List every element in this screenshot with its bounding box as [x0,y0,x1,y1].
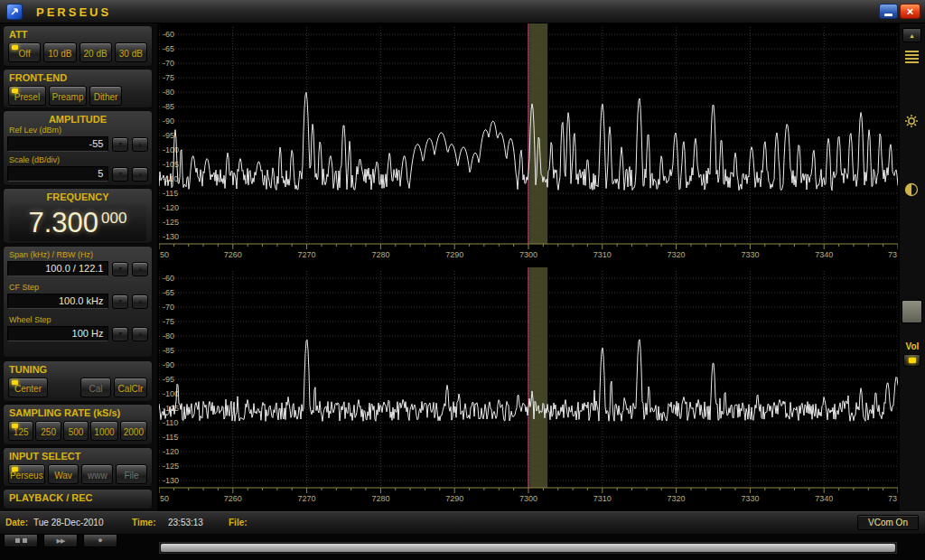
playback-panel: PLAYBACK / REC [3,489,153,509]
svg-text:-115: -115 [163,189,178,198]
svg-text:73: 73 [888,250,897,259]
rate-500-button[interactable]: 500 [63,421,89,441]
svg-text:-95: -95 [163,131,174,140]
stop-icon [23,538,27,543]
svg-text:7290: 7290 [445,494,463,503]
span-up-button[interactable]: ▲ [132,262,148,276]
svg-text:-95: -95 [163,375,174,384]
svg-text:7270: 7270 [298,250,316,259]
minimize-button[interactable] [879,4,898,19]
brightness-gear-icon[interactable] [904,114,919,132]
input-file-button[interactable]: File [116,464,147,484]
scale-field[interactable]: 5 [7,166,108,182]
center-button[interactable]: Center [8,378,48,397]
ref-level-field[interactable]: -55 [7,136,108,152]
presel-button[interactable]: Presel [8,86,46,106]
rate-250-button[interactable]: 250 [35,421,61,441]
sampling-rate-panel: SAMPLING RATE (kS/s) 125 250 500 1000 20… [3,404,153,445]
scale-up-button[interactable]: ▲ [132,167,148,182]
tuning-label: TUNING [4,361,152,376]
cf-step-up-button[interactable]: ▲ [132,294,148,309]
date-value: Tue 28-Dec-2010 [33,518,103,527]
blank-button[interactable] [902,300,922,323]
cf-step-down-button[interactable]: ▼ [112,294,128,309]
span-down-button[interactable]: ▼ [112,262,128,276]
svg-text:7280: 7280 [371,250,389,259]
svg-text:-125: -125 [163,218,179,227]
perseus-window: PERSEUS × ATT Off 10 dB 20 dB 30 dB FRON… [0,0,925,560]
cf-step-field[interactable]: 100.0 kHz [7,294,108,309]
amplitude-panel: AMPLITUDE Ref Lev (dBm) -55 ▼ ▲ Scale (d… [3,110,153,186]
close-button[interactable]: × [900,4,920,19]
svg-text:7310: 7310 [593,250,612,259]
frequency-main-digits: 7.300 [29,207,99,238]
svg-text:-125: -125 [163,462,179,471]
rate-2000-button[interactable]: 2000 [120,421,147,441]
input-select-panel: INPUT SELECT Perseus Wav www File [3,447,153,487]
wheel-step-up-button[interactable]: ▲ [132,327,148,341]
wheel-step-down-button[interactable]: ▼ [112,327,128,341]
span-field[interactable]: 100.0 / 122.1 [7,261,108,276]
ref-level-down-button[interactable]: ▼ [112,137,128,152]
file-label: File: [229,518,248,527]
input-www-button[interactable]: www [81,464,113,484]
input-select-label: INPUT SELECT [4,448,152,462]
record-button[interactable]: ● [83,534,117,547]
svg-text:-115: -115 [163,433,178,442]
dither-button[interactable]: Dither [89,86,122,106]
vol-button[interactable] [903,354,920,367]
scale-down-button[interactable]: ▼ [112,167,128,182]
svg-text:-65: -65 [163,288,174,297]
wheel-step-field[interactable]: 100 Hz [7,326,108,341]
stop-icon [15,538,20,543]
led-indicator [909,358,916,363]
svg-text:-130: -130 [163,476,179,485]
led-indicator [12,467,18,471]
led-indicator [12,424,18,428]
rate-125-button[interactable]: 125 [8,421,33,441]
scrollbar-thumb[interactable] [161,544,895,552]
att-10db-button[interactable]: 10 dB [43,42,76,62]
svg-text:-80: -80 [163,88,174,97]
svg-text:7280: 7280 [371,494,389,503]
svg-text:7340: 7340 [815,250,833,259]
transport-controls: ▶▶ ● [4,534,117,547]
svg-text:73: 73 [888,494,897,503]
frequency-display[interactable]: 7.300000 [9,205,146,241]
contrast-icon[interactable] [904,182,919,201]
palette-icon[interactable] [905,49,919,65]
ref-level-up-button[interactable]: ▲ [132,137,148,152]
scroll-up-button[interactable]: ▲ [902,28,921,42]
statusbar: Date: Tue 28-Dec-2010 Time: 23:53:13 Fil… [0,511,925,534]
record-icon: ● [98,537,102,545]
svg-text:7260: 7260 [224,250,242,259]
preamp-button[interactable]: Preamp [49,86,87,106]
svg-text:-70: -70 [163,59,174,68]
secondary-spectrum[interactable]: 5072607270728072907300731073207330734073… [159,267,898,511]
cf-step-label: CF Step [4,279,152,293]
svg-text:-120: -120 [163,203,179,212]
input-wav-button[interactable]: Wav [48,464,79,484]
svg-text:-70: -70 [163,303,174,312]
att-off-button[interactable]: Off [8,42,41,62]
svg-text:7320: 7320 [668,494,686,503]
play-button[interactable]: ▶▶ [43,534,78,547]
app-icon[interactable] [6,4,23,20]
led-indicator [12,89,18,93]
minimize-icon [884,14,892,16]
svg-text:-60: -60 [163,274,174,283]
cal-button[interactable]: Cal [80,378,111,397]
frequency-panel: FREQUENCY 7.300000 [3,188,153,244]
input-perseus-button[interactable]: Perseus [8,464,45,484]
calclr-button[interactable]: CalClr [114,378,147,397]
horizontal-scrollbar[interactable] [159,542,897,554]
att-30db-button[interactable]: 30 dB [115,42,147,62]
att-20db-button[interactable]: 20 dB [79,42,112,62]
stop-button[interactable] [4,534,38,547]
svg-text:-120: -120 [163,447,179,456]
ref-level-label: Ref Lev (dBm) [4,126,152,135]
main-spectrum[interactable]: 5072607270728072907300731073207330734073… [159,23,898,267]
svg-text:-90: -90 [163,117,174,126]
rate-1000-button[interactable]: 1000 [90,421,117,441]
vcom-status: VCom On [857,515,919,530]
